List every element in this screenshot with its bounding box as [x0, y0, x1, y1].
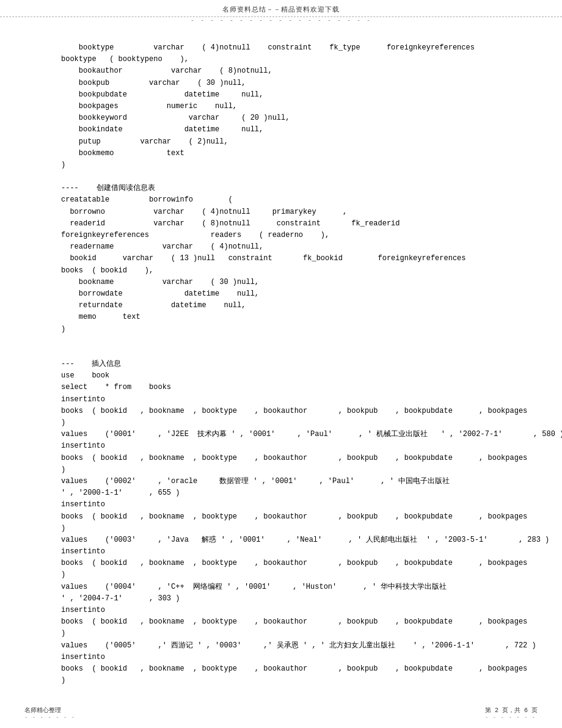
footer-left: 名师精心整理 - - - - - - -: [24, 706, 75, 721]
footer-right: 第 2 页，共 6 页 - - - - - - -: [485, 706, 538, 721]
footer-left-dots: - - - - - - -: [24, 715, 75, 721]
footer-right-dots: - - - - - - -: [485, 715, 538, 721]
page-footer: 名师精心整理 - - - - - - - 第 2 页，共 6 页 - - - -…: [0, 706, 562, 721]
footer-right-label: 第 2 页，共 6 页: [485, 707, 538, 714]
footer-left-label: 名师精心整理: [24, 707, 61, 714]
page-header: 名师资料总结－－精品资料欢迎下载 - - - - - - - - - - - -…: [0, 0, 562, 24]
code-content: booktype varchar ( 4)notnull constraint …: [0, 24, 562, 723]
